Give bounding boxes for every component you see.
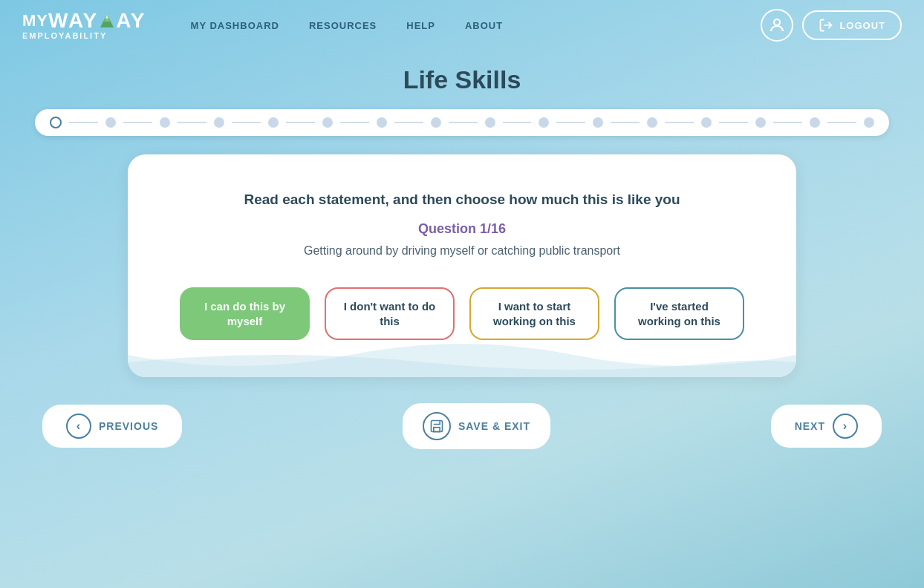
logo: MY WAY AY EMPLOYABILITY (22, 10, 146, 40)
progress-dot-14 (810, 117, 820, 128)
progress-dot-10 (593, 117, 603, 128)
floppy-disk-icon (429, 419, 444, 434)
progress-line-14 (827, 122, 856, 123)
progress-line-9 (556, 122, 585, 123)
progress-line-5 (340, 122, 369, 123)
footer-nav: ‹ PREVIOUS SAVE & EXIT NEXT › (35, 403, 889, 449)
progress-line-10 (611, 122, 640, 123)
quiz-card: Read each statement, and then choose how… (128, 154, 796, 377)
progress-dot-5 (322, 117, 333, 128)
next-label: NEXT (795, 420, 825, 432)
progress-dot-13 (755, 117, 766, 128)
progress-dot-12 (701, 117, 712, 128)
previous-button[interactable]: ‹ PREVIOUS (42, 405, 182, 448)
wave-decoration (128, 333, 796, 377)
main-content: Life Skills Read ea (0, 50, 924, 449)
progress-line-1 (123, 122, 152, 123)
header: MY WAY AY EMPLOYABILITY MY DASHBOARD RES… (0, 0, 924, 50)
nav-resources[interactable]: RESOURCES (309, 20, 377, 31)
progress-bar (35, 109, 889, 136)
logout-icon (819, 18, 833, 33)
progress-line-13 (773, 122, 802, 123)
save-icon (423, 412, 451, 440)
svg-rect-5 (431, 421, 442, 432)
previous-label: PREVIOUS (99, 420, 158, 432)
progress-dot-6 (377, 117, 387, 128)
progress-line-12 (719, 122, 748, 123)
progress-dot-8 (485, 117, 495, 128)
profile-icon (768, 16, 786, 34)
progress-line-0 (69, 122, 98, 123)
mountain-icon (99, 13, 115, 29)
svg-point-3 (774, 19, 780, 25)
progress-line-4 (286, 122, 315, 123)
page-title: Life Skills (403, 65, 521, 94)
logo-way: WAY AY (48, 10, 146, 31)
progress-dot-7 (431, 117, 441, 128)
progress-dot-3 (214, 117, 224, 128)
progress-dot-2 (160, 117, 170, 128)
header-right: LOGOUT (761, 9, 902, 42)
progress-line-6 (394, 122, 423, 123)
progress-dot-15 (864, 117, 874, 128)
progress-dot-4 (268, 117, 279, 128)
progress-line-3 (232, 122, 261, 123)
logout-button[interactable]: LOGOUT (802, 10, 902, 40)
progress-line-8 (503, 122, 532, 123)
progress-dot-9 (539, 117, 549, 128)
logo-employability: EMPLOYABILITY (22, 31, 107, 40)
progress-dot-1 (105, 117, 116, 128)
save-exit-label: SAVE & EXIT (458, 420, 530, 432)
logo-my: MY (22, 13, 48, 29)
progress-dot-0 (50, 117, 62, 128)
question-text: Getting around by driving myself or catc… (304, 244, 620, 258)
next-button[interactable]: NEXT › (771, 405, 882, 448)
profile-button[interactable] (761, 9, 793, 42)
instruction-text: Read each statement, and then choose how… (244, 192, 680, 208)
save-exit-button[interactable]: SAVE & EXIT (403, 403, 550, 449)
svg-rect-6 (434, 428, 440, 432)
nav-help[interactable]: HELP (406, 20, 435, 31)
progress-line-7 (449, 122, 478, 123)
logout-label: LOGOUT (839, 20, 885, 31)
nav: MY DASHBOARD RESOURCES HELP ABOUT (191, 20, 761, 31)
nav-about[interactable]: ABOUT (465, 20, 503, 31)
progress-line-2 (178, 122, 206, 123)
previous-icon: ‹ (66, 414, 91, 439)
nav-dashboard[interactable]: MY DASHBOARD (191, 20, 279, 31)
progress-dot-11 (647, 117, 657, 128)
question-label: Question 1/16 (418, 221, 506, 237)
progress-line-11 (665, 122, 694, 123)
next-icon: › (833, 414, 858, 439)
